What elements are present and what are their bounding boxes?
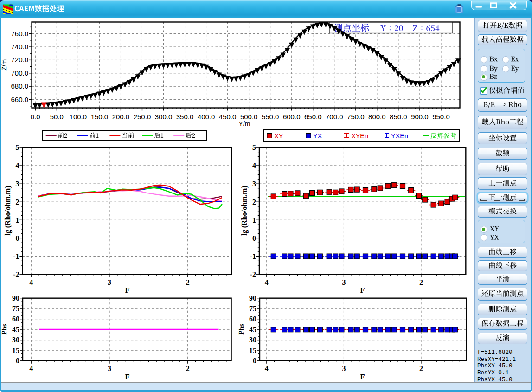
svg-text:200.0: 200.0 — [112, 113, 130, 121]
svg-text:0: 0 — [16, 357, 19, 365]
svg-text:-1: -1 — [250, 252, 256, 260]
svg-text:-2: -2 — [250, 270, 256, 278]
svg-text:5: 5 — [16, 143, 19, 151]
svg-text:Phs: Phs — [0, 324, 8, 335]
svg-text:650.0: 650.0 — [304, 113, 322, 121]
svg-text:Z/m: Z/m — [0, 59, 8, 71]
svg-text:3: 3 — [108, 365, 111, 373]
svg-text:Phs: Phs — [237, 324, 245, 335]
svg-text:2: 2 — [186, 365, 190, 373]
svg-text:PhsXY=45.0: PhsXY=45.0 — [477, 363, 513, 369]
svg-text:60: 60 — [12, 315, 19, 323]
svg-text:0: 0 — [252, 234, 256, 242]
svg-text:F: F — [360, 286, 365, 295]
svg-text:90: 90 — [249, 294, 256, 302]
svg-text:4: 4 — [29, 365, 33, 373]
svg-text:0: 0 — [16, 234, 19, 242]
svg-text:500.0: 500.0 — [240, 113, 258, 121]
svg-text:15: 15 — [12, 347, 19, 354]
svg-text:1: 1 — [16, 216, 19, 224]
svg-text:75: 75 — [249, 305, 256, 313]
svg-text:ResXY=421.1: ResXY=421.1 — [477, 356, 516, 363]
svg-text:700.0: 700.0 — [11, 69, 28, 77]
svg-text:5: 5 — [252, 143, 256, 151]
svg-text:1: 1 — [252, 216, 256, 224]
svg-text:45: 45 — [249, 326, 256, 334]
svg-text:700.0: 700.0 — [326, 113, 343, 121]
svg-text:850.0: 850.0 — [390, 113, 407, 121]
svg-text:2: 2 — [16, 198, 19, 206]
svg-text:660.0: 660.0 — [11, 96, 28, 103]
svg-text:XYErr: XYErr — [351, 132, 369, 140]
svg-text:30: 30 — [249, 336, 256, 344]
svg-text:600.0: 600.0 — [283, 113, 301, 121]
svg-text:400.0: 400.0 — [198, 113, 215, 121]
svg-text:4: 4 — [265, 278, 269, 286]
svg-text:300.0: 300.0 — [155, 113, 173, 121]
svg-text:lg (Rho/ohm.m): lg (Rho/ohm.m) — [4, 186, 12, 236]
svg-text:50.0: 50.0 — [50, 113, 64, 121]
svg-text:XY: XY — [274, 132, 283, 140]
svg-text:PhsYX=45.0: PhsYX=45.0 — [477, 377, 513, 383]
svg-text:f=511.6820: f=511.6820 — [477, 349, 513, 356]
svg-text:3: 3 — [252, 180, 256, 188]
svg-text:4: 4 — [252, 161, 256, 169]
svg-text:350.0: 350.0 — [176, 113, 194, 121]
svg-text:680.0: 680.0 — [11, 82, 28, 90]
svg-text:450.0: 450.0 — [219, 113, 237, 121]
svg-text:4: 4 — [29, 278, 33, 286]
svg-text:-1: -1 — [13, 252, 19, 260]
svg-text:760.0: 760.0 — [11, 30, 28, 38]
svg-text:3: 3 — [16, 180, 19, 188]
svg-text:15: 15 — [249, 347, 256, 354]
svg-text:F: F — [360, 373, 365, 381]
svg-text:250.0: 250.0 — [134, 113, 151, 121]
svg-text:0: 0 — [253, 357, 256, 365]
svg-text:0.0: 0.0 — [31, 113, 40, 121]
svg-text:90: 90 — [12, 294, 19, 302]
svg-text:60: 60 — [249, 315, 256, 323]
svg-text:720.0: 720.0 — [11, 56, 28, 64]
svg-text:YXErr: YXErr — [391, 132, 409, 140]
svg-text:ResYX=0.1: ResYX=0.1 — [477, 370, 509, 376]
svg-text:2: 2 — [419, 365, 423, 373]
svg-text:45: 45 — [12, 326, 19, 334]
svg-text:75: 75 — [12, 305, 19, 313]
svg-text:30: 30 — [12, 336, 19, 344]
svg-text:4: 4 — [265, 365, 269, 373]
svg-text:740.0: 740.0 — [11, 43, 28, 51]
svg-text:3: 3 — [342, 278, 346, 286]
svg-text:800.0: 800.0 — [368, 113, 386, 121]
svg-text:3: 3 — [342, 365, 346, 373]
svg-text:-2: -2 — [13, 270, 19, 278]
svg-text:Y/m: Y/m — [239, 120, 250, 128]
svg-text:750.0: 750.0 — [347, 113, 365, 121]
svg-text:550.0: 550.0 — [262, 113, 279, 121]
svg-text:3: 3 — [108, 278, 111, 286]
svg-text:2: 2 — [186, 278, 190, 286]
svg-text:100.0: 100.0 — [70, 113, 87, 121]
svg-text:2: 2 — [252, 198, 256, 206]
svg-text:lg (Rho/ohm.m): lg (Rho/ohm.m) — [240, 186, 249, 236]
svg-text:150.0: 150.0 — [91, 113, 109, 121]
svg-text:F: F — [125, 286, 129, 295]
svg-text:F: F — [125, 373, 129, 381]
svg-text:900.0: 900.0 — [411, 113, 429, 121]
svg-text:YX: YX — [313, 132, 322, 140]
svg-text:4: 4 — [16, 161, 19, 169]
svg-text:2: 2 — [419, 278, 423, 286]
svg-text:950.0: 950.0 — [432, 113, 450, 121]
